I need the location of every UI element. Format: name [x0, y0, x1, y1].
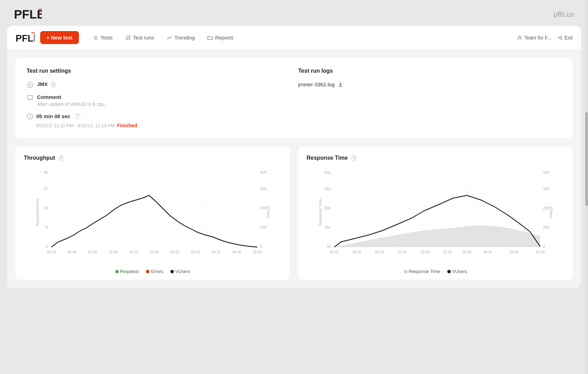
response-time-legend: Response Time VUsers [307, 269, 564, 274]
svg-text:36: 36 [44, 170, 48, 174]
svg-text:02:50: 02:50 [443, 250, 452, 254]
response-time-help-icon[interactable]: ? [351, 155, 357, 161]
svg-text:05:10: 05:10 [253, 250, 262, 254]
top-bar: PFLB pflb.us [0, 0, 588, 26]
new-test-button[interactable]: + New test [40, 31, 79, 44]
legend-errors: Errors [146, 269, 163, 274]
duration-text: 05 min 08 sec [36, 113, 71, 119]
svg-text:0: 0 [46, 244, 48, 249]
svg-text:01:40: 01:40 [109, 250, 117, 254]
legend-vusers: VUsers [170, 269, 190, 274]
svg-text:45s: 45s [324, 187, 331, 191]
legend-response-time: Response Time [404, 269, 440, 274]
requests-dot [115, 270, 119, 273]
nav-logo: PFLB [15, 31, 35, 44]
response-time-chart-card: Response Time ? 0s 15s 30s 45s 60s [298, 146, 573, 280]
svg-text:04:40: 04:40 [232, 250, 241, 254]
svg-text:00:10: 00:10 [47, 250, 56, 254]
main-container: PFLB + New test Tests Test runs [7, 26, 581, 288]
settings-title: Test run settings [27, 68, 290, 74]
nav-item-test-runs[interactable]: Test runs [120, 32, 160, 43]
svg-text:0: 0 [260, 244, 262, 249]
svg-text:05:10: 05:10 [536, 250, 544, 254]
vusers-dot [170, 270, 174, 273]
folder-icon [207, 35, 213, 41]
svg-text:03:20: 03:20 [462, 250, 471, 254]
logs-title: Test run logs [298, 68, 561, 74]
svg-text:100: 100 [543, 225, 549, 229]
content-area: Test run settings JMX ? [7, 50, 581, 288]
svg-text:00:40: 00:40 [67, 250, 76, 254]
top-logo: PFLB [14, 6, 42, 23]
svg-text:Requests/Errors: Requests/Errors [35, 198, 39, 226]
jmx-help-icon[interactable]: ? [51, 82, 56, 87]
test-run-settings: Test run settings JMX ? [27, 68, 290, 128]
exit-button[interactable]: Exit [557, 35, 573, 41]
response-time-svg: 0s 15s 30s 45s 60s 0 100 200 300 400 Res… [307, 167, 564, 265]
svg-text:15s: 15s [324, 225, 331, 229]
scrollbar-track[interactable] [585, 0, 588, 374]
duration-help-icon[interactable]: ? [75, 114, 80, 119]
svg-text:01:10: 01:10 [88, 250, 97, 254]
legend-requests: Requests [115, 269, 139, 274]
response-time-title: Response Time ? [307, 155, 564, 161]
svg-text:0s: 0s [326, 244, 331, 249]
legend-rt-vusers: VUsers [447, 269, 467, 274]
nav-right: Team for F... Exit [517, 35, 573, 41]
svg-text:300: 300 [260, 187, 266, 191]
jmx-icon [27, 81, 34, 88]
svg-text:Response Time: Response Time [318, 199, 322, 225]
svg-text:04:00: 04:00 [483, 250, 492, 254]
svg-text:27: 27 [44, 187, 48, 191]
comment-label: Comment [37, 94, 105, 100]
test-run-logs: Test run logs jmeter-3362.log [298, 68, 561, 128]
nav-item-trending[interactable]: Trending [161, 32, 201, 43]
svg-text:200: 200 [543, 206, 549, 210]
svg-text:VUsers: VUsers [549, 206, 553, 219]
response-time-chart-area: 0s 15s 30s 45s 60s 0 100 200 300 400 Res… [307, 167, 564, 265]
log-file-link[interactable]: jmeter-3362.log [298, 81, 561, 87]
comment-row: Comment After update of Web30 to 8 cpu [27, 94, 290, 107]
download-icon [337, 81, 344, 87]
svg-text:00:10: 00:10 [330, 250, 338, 254]
throughput-title: Throughput ? [24, 155, 281, 161]
jmx-label: JMX ? [37, 81, 56, 87]
domain-label: pflb.us [553, 10, 574, 19]
settings-card: Test run settings JMX ? [15, 58, 573, 138]
nav-item-reports[interactable]: Reports [202, 32, 239, 43]
throughput-help-icon[interactable]: ? [59, 155, 64, 161]
errors-dot [146, 270, 149, 273]
nav-item-tests[interactable]: Tests [87, 32, 118, 43]
trending-icon [167, 35, 172, 41]
svg-text:100: 100 [260, 225, 266, 229]
response-time-dot [404, 270, 407, 273]
throughput-chart-card: Throughput ? 0 [15, 146, 290, 280]
check-icon [125, 35, 131, 41]
comment-value: After update of Web30 to 8 cpu [37, 101, 105, 107]
svg-text:400: 400 [543, 170, 549, 174]
svg-text:30s: 30s [324, 206, 331, 210]
svg-text:VUsers: VUsers [266, 206, 271, 219]
svg-text:400: 400 [260, 170, 266, 174]
svg-point-10 [519, 36, 521, 38]
time-range: 9/25/23, 11:10 PM - 9/25/23, 11:15 PM Fi… [36, 123, 290, 128]
nav-bar: PFLB + New test Tests Test runs [7, 26, 581, 50]
throughput-chart-area: 0 9 18 27 36 0 100 200 300 400 Requests/ [24, 167, 281, 265]
svg-text:03:40: 03:40 [191, 250, 200, 254]
rt-vusers-dot [447, 270, 451, 273]
throughput-legend: Requests Errors VUsers [24, 269, 281, 274]
nav-items: Tests Test runs Trending Reports [87, 32, 514, 43]
svg-text:9: 9 [46, 225, 48, 229]
charts-row: Throughput ? 0 [15, 146, 573, 280]
team-info: Team for F... [517, 35, 551, 41]
status-badge: Finished [117, 123, 137, 128]
svg-text:02:20: 02:20 [420, 250, 429, 254]
team-icon [517, 35, 522, 41]
svg-text:02:40: 02:40 [150, 250, 159, 254]
svg-text:18: 18 [44, 206, 48, 210]
clock-icon [27, 113, 34, 120]
svg-text:60s: 60s [324, 170, 331, 174]
svg-text:300: 300 [543, 187, 549, 191]
scrollbar-thumb[interactable] [585, 112, 588, 206]
svg-text:03:10: 03:10 [170, 250, 179, 254]
